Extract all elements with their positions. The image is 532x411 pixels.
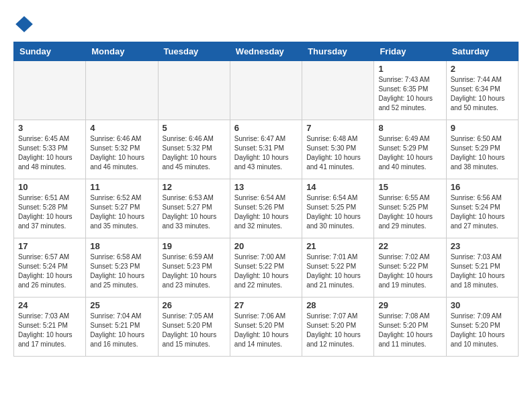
cell-info: Sunrise: 7:06 AM Sunset: 5:20 PM Dayligh… bbox=[234, 312, 298, 349]
day-number: 13 bbox=[234, 182, 298, 192]
day-header-tuesday: Tuesday bbox=[158, 42, 230, 61]
calendar-cell: 18Sunrise: 6:58 AM Sunset: 5:23 PM Dayli… bbox=[86, 238, 158, 298]
cell-info: Sunrise: 6:47 AM Sunset: 5:31 PM Dayligh… bbox=[234, 134, 298, 172]
day-number: 18 bbox=[90, 241, 153, 251]
calendar-cell: 7Sunrise: 6:48 AM Sunset: 5:30 PM Daylig… bbox=[302, 120, 374, 179]
day-number: 25 bbox=[90, 300, 153, 310]
calendar-cell: 10Sunrise: 6:51 AM Sunset: 5:28 PM Dayli… bbox=[14, 179, 86, 238]
day-number: 6 bbox=[234, 123, 298, 133]
cell-info: Sunrise: 6:59 AM Sunset: 5:23 PM Dayligh… bbox=[163, 253, 226, 290]
calendar-cell bbox=[14, 61, 86, 120]
cell-info: Sunrise: 6:45 AM Sunset: 5:33 PM Dayligh… bbox=[18, 134, 81, 172]
calendar-cell: 30Sunrise: 7:09 AM Sunset: 5:20 PM Dayli… bbox=[446, 298, 518, 357]
day-number: 29 bbox=[378, 300, 441, 310]
cell-info: Sunrise: 6:46 AM Sunset: 5:32 PM Dayligh… bbox=[163, 134, 226, 172]
calendar-cell: 8Sunrise: 6:49 AM Sunset: 5:29 PM Daylig… bbox=[374, 120, 446, 179]
day-number: 7 bbox=[306, 123, 369, 133]
logo bbox=[13, 13, 38, 35]
day-number: 28 bbox=[306, 300, 369, 310]
day-number: 8 bbox=[378, 123, 441, 133]
day-header-thursday: Thursday bbox=[302, 42, 374, 61]
cell-info: Sunrise: 6:56 AM Sunset: 5:24 PM Dayligh… bbox=[451, 193, 514, 231]
day-number: 27 bbox=[234, 300, 298, 310]
calendar-cell: 3Sunrise: 6:45 AM Sunset: 5:33 PM Daylig… bbox=[14, 120, 86, 179]
calendar-cell: 21Sunrise: 7:01 AM Sunset: 5:22 PM Dayli… bbox=[302, 238, 374, 298]
cell-info: Sunrise: 6:46 AM Sunset: 5:32 PM Dayligh… bbox=[90, 134, 153, 172]
cell-info: Sunrise: 6:53 AM Sunset: 5:27 PM Dayligh… bbox=[163, 193, 226, 231]
calendar-cell: 19Sunrise: 6:59 AM Sunset: 5:23 PM Dayli… bbox=[158, 238, 230, 298]
page-header bbox=[13, 13, 519, 35]
day-number: 30 bbox=[451, 300, 514, 310]
calendar-cell: 4Sunrise: 6:46 AM Sunset: 5:32 PM Daylig… bbox=[86, 120, 158, 179]
cell-info: Sunrise: 7:03 AM Sunset: 5:21 PM Dayligh… bbox=[451, 253, 514, 290]
day-number: 12 bbox=[163, 182, 226, 192]
calendar-cell: 6Sunrise: 6:47 AM Sunset: 5:31 PM Daylig… bbox=[230, 120, 302, 179]
calendar-cell: 29Sunrise: 7:08 AM Sunset: 5:20 PM Dayli… bbox=[374, 298, 446, 357]
calendar-cell: 2Sunrise: 7:44 AM Sunset: 6:34 PM Daylig… bbox=[446, 61, 518, 120]
day-number: 9 bbox=[451, 123, 514, 133]
cell-info: Sunrise: 6:51 AM Sunset: 5:28 PM Dayligh… bbox=[18, 193, 81, 231]
calendar-cell: 26Sunrise: 7:05 AM Sunset: 5:20 PM Dayli… bbox=[158, 298, 230, 357]
calendar-cell bbox=[86, 61, 158, 120]
cell-info: Sunrise: 6:58 AM Sunset: 5:23 PM Dayligh… bbox=[90, 253, 153, 290]
cell-info: Sunrise: 6:54 AM Sunset: 5:26 PM Dayligh… bbox=[234, 193, 298, 231]
day-number: 20 bbox=[234, 241, 298, 251]
day-number: 26 bbox=[163, 300, 226, 310]
day-number: 19 bbox=[163, 241, 226, 251]
calendar-cell: 23Sunrise: 7:03 AM Sunset: 5:21 PM Dayli… bbox=[446, 238, 518, 298]
day-number: 10 bbox=[18, 182, 81, 192]
calendar-cell: 20Sunrise: 7:00 AM Sunset: 5:22 PM Dayli… bbox=[230, 238, 302, 298]
cell-info: Sunrise: 7:08 AM Sunset: 5:20 PM Dayligh… bbox=[378, 312, 441, 349]
day-number: 4 bbox=[90, 123, 153, 133]
cell-info: Sunrise: 7:43 AM Sunset: 6:35 PM Dayligh… bbox=[378, 75, 441, 113]
cell-info: Sunrise: 6:48 AM Sunset: 5:30 PM Dayligh… bbox=[306, 134, 369, 172]
calendar-cell: 13Sunrise: 6:54 AM Sunset: 5:26 PM Dayli… bbox=[230, 179, 302, 238]
cell-info: Sunrise: 6:55 AM Sunset: 5:25 PM Dayligh… bbox=[378, 193, 441, 231]
cell-info: Sunrise: 6:57 AM Sunset: 5:24 PM Dayligh… bbox=[18, 253, 81, 290]
day-number: 1 bbox=[378, 64, 441, 74]
cell-info: Sunrise: 6:50 AM Sunset: 5:29 PM Dayligh… bbox=[451, 134, 514, 172]
calendar-cell: 15Sunrise: 6:55 AM Sunset: 5:25 PM Dayli… bbox=[374, 179, 446, 238]
cell-info: Sunrise: 6:52 AM Sunset: 5:27 PM Dayligh… bbox=[90, 193, 153, 231]
cell-info: Sunrise: 7:04 AM Sunset: 5:21 PM Dayligh… bbox=[90, 312, 153, 349]
calendar-cell bbox=[230, 61, 302, 120]
week-row-3: 10Sunrise: 6:51 AM Sunset: 5:28 PM Dayli… bbox=[14, 179, 519, 238]
day-header-monday: Monday bbox=[86, 42, 158, 61]
calendar-table: SundayMondayTuesdayWednesdayThursdayFrid… bbox=[13, 42, 519, 357]
cell-info: Sunrise: 7:09 AM Sunset: 5:20 PM Dayligh… bbox=[451, 312, 514, 349]
day-number: 16 bbox=[451, 182, 514, 192]
svg-marker-0 bbox=[15, 16, 33, 32]
week-row-4: 17Sunrise: 6:57 AM Sunset: 5:24 PM Dayli… bbox=[14, 238, 519, 298]
calendar-cell bbox=[302, 61, 374, 120]
week-row-2: 3Sunrise: 6:45 AM Sunset: 5:33 PM Daylig… bbox=[14, 120, 519, 179]
cell-info: Sunrise: 7:00 AM Sunset: 5:22 PM Dayligh… bbox=[234, 253, 298, 290]
day-number: 22 bbox=[378, 241, 441, 251]
day-number: 14 bbox=[306, 182, 369, 192]
day-header-wednesday: Wednesday bbox=[230, 42, 302, 61]
day-number: 17 bbox=[18, 241, 81, 251]
day-number: 3 bbox=[18, 123, 81, 133]
cell-info: Sunrise: 7:01 AM Sunset: 5:22 PM Dayligh… bbox=[306, 253, 369, 290]
day-header-saturday: Saturday bbox=[446, 42, 518, 61]
week-row-5: 24Sunrise: 7:03 AM Sunset: 5:21 PM Dayli… bbox=[14, 298, 519, 357]
day-number: 11 bbox=[90, 182, 153, 192]
cell-info: Sunrise: 7:02 AM Sunset: 5:22 PM Dayligh… bbox=[378, 253, 441, 290]
cell-info: Sunrise: 7:03 AM Sunset: 5:21 PM Dayligh… bbox=[18, 312, 81, 349]
header-row: SundayMondayTuesdayWednesdayThursdayFrid… bbox=[14, 42, 519, 61]
calendar-cell: 12Sunrise: 6:53 AM Sunset: 5:27 PM Dayli… bbox=[158, 179, 230, 238]
day-number: 15 bbox=[378, 182, 441, 192]
day-header-friday: Friday bbox=[374, 42, 446, 61]
cell-info: Sunrise: 7:05 AM Sunset: 5:20 PM Dayligh… bbox=[163, 312, 226, 349]
week-row-1: 1Sunrise: 7:43 AM Sunset: 6:35 PM Daylig… bbox=[14, 61, 519, 120]
cell-info: Sunrise: 6:49 AM Sunset: 5:29 PM Dayligh… bbox=[378, 134, 441, 172]
cell-info: Sunrise: 6:54 AM Sunset: 5:25 PM Dayligh… bbox=[306, 193, 369, 231]
calendar-cell: 9Sunrise: 6:50 AM Sunset: 5:29 PM Daylig… bbox=[446, 120, 518, 179]
cell-info: Sunrise: 7:07 AM Sunset: 5:20 PM Dayligh… bbox=[306, 312, 369, 349]
day-number: 23 bbox=[451, 241, 514, 251]
calendar-cell: 27Sunrise: 7:06 AM Sunset: 5:20 PM Dayli… bbox=[230, 298, 302, 357]
day-number: 5 bbox=[163, 123, 226, 133]
day-number: 2 bbox=[451, 64, 514, 74]
calendar-cell: 28Sunrise: 7:07 AM Sunset: 5:20 PM Dayli… bbox=[302, 298, 374, 357]
day-number: 21 bbox=[306, 241, 369, 251]
calendar-cell: 1Sunrise: 7:43 AM Sunset: 6:35 PM Daylig… bbox=[374, 61, 446, 120]
